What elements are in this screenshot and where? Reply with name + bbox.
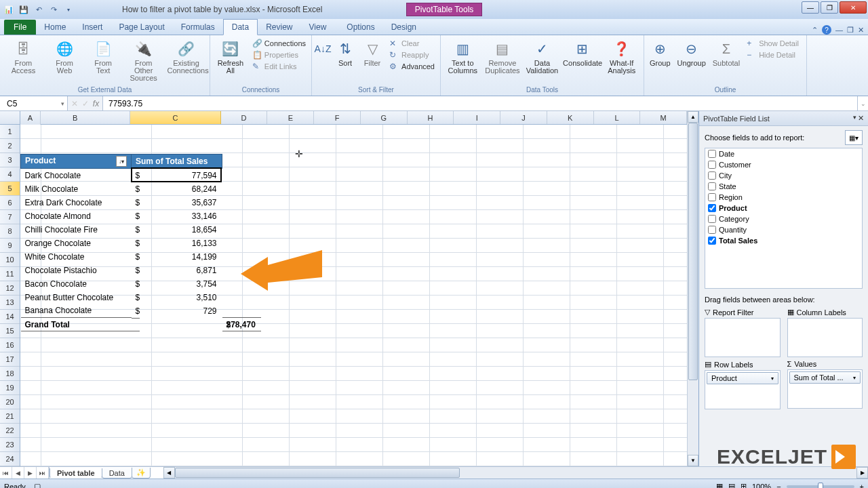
- subtotal-button[interactable]: ΣSubtotal: [710, 38, 743, 68]
- vertical-scrollbar[interactable]: ▲ ▼: [687, 111, 698, 466]
- tab-view[interactable]: View: [301, 20, 335, 35]
- name-box[interactable]: C5: [0, 96, 68, 110]
- pivot-row[interactable]: Chocolate Almond$33,146: [21, 209, 261, 223]
- field-checkbox[interactable]: [708, 215, 716, 223]
- view-layout-icon[interactable]: ▤: [728, 482, 735, 488]
- row-header-3[interactable]: 3: [0, 153, 20, 167]
- row-header-9[interactable]: 9: [0, 239, 20, 253]
- properties-button[interactable]: 📋Properties: [252, 49, 306, 60]
- pivot-row[interactable]: Banana Chocolate$729: [21, 304, 261, 318]
- first-sheet-button[interactable]: ⏮: [0, 467, 12, 479]
- field-state[interactable]: State: [705, 181, 862, 192]
- col-header-M[interactable]: M: [640, 111, 687, 124]
- zoom-in-button[interactable]: +: [860, 483, 864, 489]
- redo-icon[interactable]: ↷: [47, 3, 60, 16]
- row-header-14[interactable]: 14: [0, 310, 20, 324]
- what-if-button[interactable]: ❓What-If Analysis: [602, 38, 641, 76]
- row-header-8[interactable]: 8: [0, 224, 20, 239]
- qat-dropdown-icon[interactable]: ▾: [62, 3, 75, 16]
- field-checkbox[interactable]: [708, 237, 716, 245]
- row-header-19[interactable]: 19: [0, 381, 20, 395]
- pivot-row[interactable]: Extra Dark Chocolate$35,637: [21, 196, 261, 209]
- pivot-row[interactable]: Peanut Butter Chocolate$3,510: [21, 291, 261, 304]
- pivot-row[interactable]: White Chocolate$14,199: [21, 250, 261, 264]
- reapply-button[interactable]: ↻Reapply: [389, 49, 435, 60]
- tab-page-layout[interactable]: Page Layout: [111, 20, 172, 35]
- row-header-16[interactable]: 16: [0, 338, 20, 352]
- scroll-up-button[interactable]: ▲: [688, 111, 698, 123]
- field-list[interactable]: DateCustomerCityStateRegionProductCatego…: [705, 148, 863, 289]
- row-header-17[interactable]: 17: [0, 352, 20, 367]
- refresh-all-button[interactable]: 🔄Refresh All: [213, 38, 248, 76]
- col-header-H[interactable]: H: [408, 111, 454, 124]
- close-button[interactable]: ✕: [840, 1, 867, 14]
- pivot-row[interactable]: Orange Chocolate$16,133: [21, 237, 261, 250]
- scroll-left-button[interactable]: ◀: [163, 467, 175, 479]
- existing-connections-button[interactable]: 🔗Existing Connections: [165, 38, 207, 76]
- col-header-L[interactable]: L: [594, 111, 641, 124]
- pivot-row[interactable]: Dark Chocolate$77,594: [21, 169, 261, 182]
- minimize-ribbon-icon[interactable]: ⌃: [812, 26, 818, 35]
- field-checkbox[interactable]: [708, 226, 716, 234]
- field-checkbox[interactable]: [708, 204, 716, 212]
- advanced-button[interactable]: ⚙Advanced: [389, 61, 435, 72]
- sort-button[interactable]: ⇅Sort: [332, 38, 358, 68]
- col-header-G[interactable]: G: [361, 111, 408, 124]
- tab-review[interactable]: Review: [258, 20, 300, 35]
- group-button[interactable]: ⊕Group: [647, 38, 673, 68]
- area-filter-box[interactable]: [705, 318, 781, 357]
- view-normal-icon[interactable]: ▦: [716, 482, 723, 488]
- row-header-23[interactable]: 23: [0, 438, 20, 452]
- pivot-row[interactable]: Chilli Chocolate Fire$18,654: [21, 223, 261, 237]
- row-header-1[interactable]: 1: [0, 125, 20, 139]
- tab-insert[interactable]: Insert: [74, 20, 111, 35]
- ungroup-button[interactable]: ⊖Ungroup: [675, 38, 709, 68]
- area-rows-box[interactable]: Product▾: [705, 370, 781, 409]
- tab-file[interactable]: File: [4, 20, 36, 35]
- macro-record-icon[interactable]: ▢: [34, 482, 41, 488]
- area-values-box[interactable]: Sum of Total ...▾: [787, 369, 863, 409]
- pane-close-icon[interactable]: ✕: [858, 114, 864, 123]
- zoom-out-button[interactable]: −: [776, 483, 781, 489]
- formula-input[interactable]: 77593.75: [103, 96, 857, 110]
- field-total-sales[interactable]: Total Sales: [705, 235, 862, 246]
- hscroll-thumb[interactable]: [175, 468, 460, 478]
- edit-links-button[interactable]: ✎Edit Links: [252, 61, 306, 72]
- remove-duplicates-button[interactable]: ▤Remove Duplicates: [484, 38, 522, 76]
- text-to-columns-button[interactable]: ▥Text to Columns: [443, 38, 482, 76]
- scroll-right-button[interactable]: ▶: [856, 467, 868, 479]
- clear-button[interactable]: ✕Clear: [389, 38, 435, 49]
- minimize-button[interactable]: —: [802, 1, 819, 14]
- row-header-18[interactable]: 18: [0, 367, 20, 381]
- row-header-10[interactable]: 10: [0, 253, 20, 267]
- col-header-C[interactable]: C: [130, 111, 220, 124]
- consolidate-button[interactable]: ⊞Consolidate: [563, 38, 601, 68]
- next-sheet-button[interactable]: ▶: [24, 467, 37, 479]
- hide-detail-button[interactable]: −Hide Detail: [747, 49, 799, 60]
- col-header-J[interactable]: J: [500, 111, 547, 124]
- pane-options-icon[interactable]: ▾: [853, 114, 856, 123]
- sheet-tab-pivot[interactable]: Pivot table: [50, 468, 102, 479]
- tab-design[interactable]: Design: [383, 20, 425, 35]
- layout-options-button[interactable]: ▦▾: [845, 130, 863, 145]
- data-validation-button[interactable]: ✓Data Validation: [523, 38, 561, 76]
- undo-icon[interactable]: ↶: [33, 3, 45, 16]
- cancel-formula-icon[interactable]: ✕: [71, 99, 78, 108]
- row-header-12[interactable]: 12: [0, 281, 20, 296]
- col-header-K[interactable]: K: [547, 111, 594, 124]
- enter-formula-icon[interactable]: ✓: [82, 99, 89, 108]
- connections-button[interactable]: 🔗Connections: [252, 38, 306, 49]
- tab-data[interactable]: Data: [223, 19, 258, 35]
- pivot-row[interactable]: Chocolate Pistachio$6,871: [21, 264, 261, 277]
- field-checkbox[interactable]: [708, 150, 716, 158]
- column-headers[interactable]: B C D E F G H I J K L M: [0, 111, 687, 125]
- new-sheet-button[interactable]: ✨: [132, 468, 151, 479]
- pivot-row[interactable]: Bacon Chocolate$3,754: [21, 277, 261, 291]
- row-header-2[interactable]: 2: [0, 139, 20, 153]
- last-sheet-button[interactable]: ⏭: [37, 467, 49, 479]
- field-city[interactable]: City: [705, 170, 862, 181]
- field-product[interactable]: Product: [705, 203, 862, 214]
- from-web-button[interactable]: 🌐From Web: [45, 38, 83, 76]
- tab-formulas[interactable]: Formulas: [173, 20, 223, 35]
- row-header-7[interactable]: 7: [0, 210, 20, 224]
